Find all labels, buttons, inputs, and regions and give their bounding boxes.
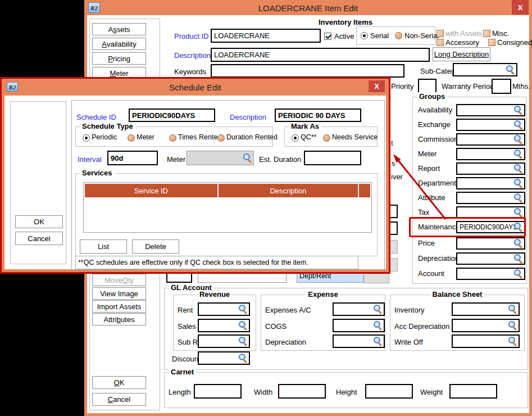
group-field-department[interactable] xyxy=(456,177,525,189)
cancel-button[interactable]: Cancel xyxy=(92,393,146,406)
group-field-availability[interactable] xyxy=(456,104,525,116)
radio-non-serial[interactable] xyxy=(395,32,402,39)
search-icon[interactable] xyxy=(373,336,383,346)
search-icon[interactable] xyxy=(373,304,383,314)
dialog-cancel-button[interactable]: Cancel xyxy=(15,232,63,245)
radio-serial[interactable] xyxy=(361,32,368,39)
groups-title: Groups xyxy=(417,92,447,101)
radio-times-rented[interactable] xyxy=(169,134,176,142)
schedule-type-group: Schedule Type Periodic Meter Times Rente… xyxy=(75,126,273,147)
height-field[interactable] xyxy=(365,384,413,399)
group-field-depreciation[interactable] xyxy=(456,252,525,265)
search-icon[interactable] xyxy=(238,336,248,346)
interval-field[interactable]: 90d xyxy=(107,151,158,165)
length-field[interactable] xyxy=(194,384,242,399)
group-field-exchange[interactable] xyxy=(456,119,525,131)
accessory-checkbox[interactable] xyxy=(436,39,444,46)
keywords-field[interactable] xyxy=(211,64,404,78)
depreciation-expense-label: Depreciation xyxy=(265,338,306,346)
sidebar-item-assets[interactable]: Assets xyxy=(92,23,146,35)
search-icon[interactable] xyxy=(513,134,523,144)
warranty-period-field[interactable] xyxy=(492,79,511,94)
search-icon[interactable] xyxy=(513,269,523,278)
rent-label: Rent xyxy=(178,306,193,314)
radio-qc[interactable] xyxy=(292,134,299,142)
sales-field[interactable] xyxy=(198,319,250,332)
with-assets-label: with Assets xyxy=(445,29,482,38)
search-icon[interactable] xyxy=(513,178,523,188)
service-id-column-header[interactable]: Service ID xyxy=(85,184,219,197)
search-icon[interactable] xyxy=(513,105,523,115)
services-table[interactable]: Service ID Description xyxy=(83,182,372,233)
sub-category-field[interactable] xyxy=(453,63,517,76)
serial-label: Serial xyxy=(370,31,389,40)
sub-rent-field[interactable] xyxy=(198,334,250,348)
sidebar-item-availability[interactable]: Availability xyxy=(92,38,146,50)
search-icon[interactable] xyxy=(513,164,523,173)
import-assets-button[interactable]: Import Assets xyxy=(92,300,146,313)
description-column-header[interactable]: Description xyxy=(219,184,359,197)
schedule-id-field[interactable]: PERIODIC90DAYS xyxy=(129,108,215,122)
search-icon[interactable] xyxy=(513,120,523,129)
radio-duration-rented[interactable] xyxy=(217,134,225,142)
group-field-commission[interactable] xyxy=(456,133,525,146)
search-icon[interactable] xyxy=(373,320,383,330)
sidebar-item-pricing[interactable]: Pricing xyxy=(92,52,146,65)
radio-needs-service[interactable] xyxy=(323,134,330,142)
schedule-description-field[interactable]: PERIODIC 90 DAYS xyxy=(275,108,361,122)
weight-field[interactable] xyxy=(449,384,497,399)
radio-meter[interactable] xyxy=(128,134,135,142)
cogs-field[interactable] xyxy=(333,319,385,332)
group-field-price[interactable] xyxy=(456,237,525,250)
dialog-ok-button[interactable]: OK xyxy=(15,215,63,228)
attributes-button[interactable]: Attributes xyxy=(92,313,146,325)
search-icon[interactable] xyxy=(513,238,523,248)
expenses-ac-field[interactable] xyxy=(333,302,385,316)
product-id-field[interactable]: LOADERCRANE xyxy=(211,29,321,43)
inventory-field[interactable] xyxy=(452,302,520,316)
ok-button[interactable]: OK xyxy=(92,376,146,389)
view-image-button[interactable]: View Image xyxy=(92,287,146,300)
group-field-account[interactable] xyxy=(456,268,525,280)
rent-field[interactable] xyxy=(198,302,250,316)
search-icon[interactable] xyxy=(513,207,523,217)
depreciation-expense-field[interactable] xyxy=(333,334,385,348)
close-icon[interactable]: x xyxy=(512,0,529,15)
search-icon[interactable] xyxy=(513,254,523,263)
width-field[interactable] xyxy=(278,384,326,399)
close-icon[interactable]: x xyxy=(369,80,385,92)
cogs-label: COGS xyxy=(265,322,287,331)
long-description-button[interactable]: Long Description xyxy=(433,47,490,61)
acc-depreciation-label: Acc Depreciation xyxy=(394,322,449,331)
search-icon xyxy=(243,153,252,162)
search-icon[interactable] xyxy=(238,320,248,330)
est-duration-field[interactable] xyxy=(304,151,361,165)
active-checkbox[interactable] xyxy=(324,33,331,40)
group-field-attribute[interactable] xyxy=(456,192,525,204)
search-icon[interactable] xyxy=(238,353,248,363)
search-icon[interactable] xyxy=(506,65,515,74)
search-icon[interactable] xyxy=(513,149,523,159)
list-button[interactable]: List xyxy=(80,239,127,254)
delete-button[interactable]: Delete xyxy=(132,239,179,254)
search-icon[interactable] xyxy=(508,320,517,330)
search-icon[interactable] xyxy=(513,193,523,202)
misc-checkbox[interactable] xyxy=(483,30,490,37)
description-field[interactable]: LOADERCRANE xyxy=(211,48,430,62)
group-field-report[interactable] xyxy=(456,162,525,175)
expenses-ac-label: Expenses A/C xyxy=(265,306,311,314)
search-icon[interactable] xyxy=(508,304,517,314)
acc-depreciation-field[interactable] xyxy=(452,319,520,332)
radio-periodic[interactable] xyxy=(83,134,90,142)
search-icon[interactable] xyxy=(508,336,517,346)
group-field-meter[interactable] xyxy=(456,148,525,160)
inventory-label: Inventory xyxy=(394,306,424,314)
meter-label: Meter xyxy=(167,155,185,164)
schedule-id-label: Schedule ID xyxy=(76,113,116,121)
priority-field[interactable] xyxy=(418,79,436,94)
consigned-checkbox[interactable] xyxy=(488,39,495,46)
write-off-field[interactable] xyxy=(452,334,520,348)
discount-field[interactable] xyxy=(198,351,250,365)
search-icon[interactable] xyxy=(238,304,248,314)
est-duration-label: Est. Duration xyxy=(259,155,301,164)
